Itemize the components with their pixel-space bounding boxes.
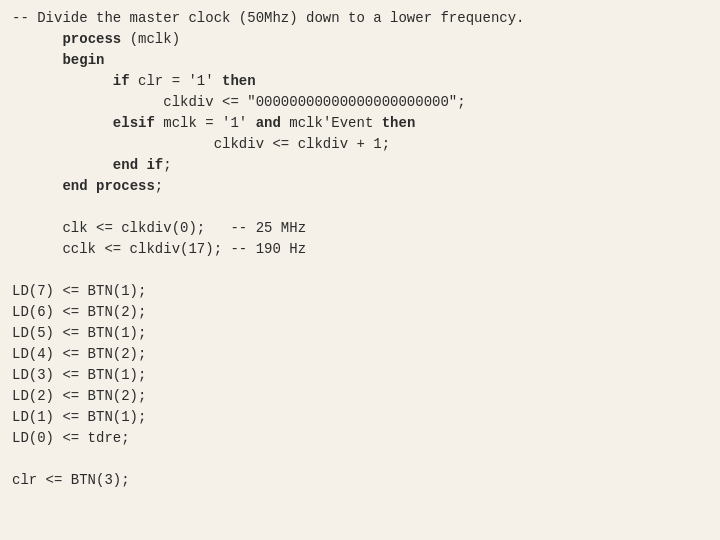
code-line: LD(3) <= BTN(1); <box>12 367 146 383</box>
code-line: process (mclk) <box>12 31 180 47</box>
code-line: LD(6) <= BTN(2); <box>12 304 146 320</box>
code-line: begin <box>12 52 104 68</box>
code-line: LD(4) <= BTN(2); <box>12 346 146 362</box>
code-line: LD(7) <= BTN(1); <box>12 283 146 299</box>
code-line: LD(0) <= tdre; <box>12 430 130 446</box>
code-line: -- Divide the master clock (50Mhz) down … <box>12 10 524 26</box>
code-line: clr <= BTN(3); <box>12 472 130 488</box>
code-line: LD(5) <= BTN(1); <box>12 325 146 341</box>
code-line: cclk <= clkdiv(17); -- 190 Hz <box>12 241 306 257</box>
code-line: if clr = '1' then <box>12 73 256 89</box>
code-line: end if; <box>12 157 172 173</box>
code-line: clkdiv <= "00000000000000000000000"; <box>12 94 466 110</box>
code-line: clk <= clkdiv(0); -- 25 MHz <box>12 220 306 236</box>
code-line: LD(1) <= BTN(1); <box>12 409 146 425</box>
code-editor: -- Divide the master clock (50Mhz) down … <box>0 0 720 540</box>
code-line: LD(2) <= BTN(2); <box>12 388 146 404</box>
code-line: clkdiv <= clkdiv + 1; <box>12 136 390 152</box>
code-line: end process; <box>12 178 163 194</box>
code-line: elsif mclk = '1' and mclk'Event then <box>12 115 415 131</box>
